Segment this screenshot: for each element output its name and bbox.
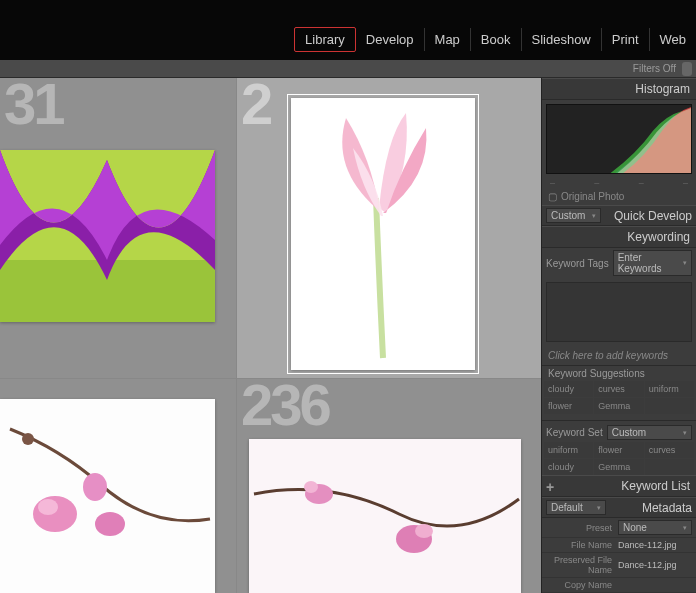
- keyword-set-dropdown[interactable]: Custom▾: [607, 425, 692, 440]
- suggestion-item[interactable]: flower: [544, 398, 593, 414]
- preset-dropdown[interactable]: None▾: [618, 520, 692, 535]
- keyword-tags-dropdown[interactable]: Enter Keywords▾: [613, 250, 692, 276]
- keyword-set-item[interactable]: cloudy: [544, 459, 593, 475]
- histogram-header[interactable]: Histogram: [542, 78, 696, 100]
- stack-count: 236: [241, 371, 329, 438]
- grid-cell-selected[interactable]: 2: [237, 78, 541, 378]
- chevron-down-icon: ▾: [597, 504, 601, 512]
- keyword-set-grid: uniform flower curves cloudy Gemma: [542, 442, 696, 475]
- keyword-tags-label: Keyword Tags: [546, 258, 609, 269]
- keyword-list-header[interactable]: +Keyword List: [542, 475, 696, 497]
- module-picker: Library Develop Map Book Slideshow Print…: [294, 27, 696, 52]
- svg-point-5: [38, 499, 58, 515]
- module-slideshow[interactable]: Slideshow: [522, 28, 602, 51]
- thumbnail[interactable]: [249, 439, 521, 593]
- svg-point-6: [83, 473, 107, 501]
- thumbnail[interactable]: [0, 150, 215, 322]
- keyword-set-label: Keyword Set: [546, 427, 603, 438]
- add-keywords-input[interactable]: Click here to add keywords: [542, 346, 696, 365]
- metadata-preset-dropdown[interactable]: Default▾: [546, 500, 606, 515]
- thumbnail-grid: 31 2 236: [0, 78, 541, 593]
- chevron-down-icon: ▾: [592, 212, 596, 220]
- app-header: Library Develop Map Book Slideshow Print…: [0, 0, 696, 60]
- suggestion-item[interactable]: cloudy: [544, 381, 593, 397]
- suggestion-item[interactable]: uniform: [645, 381, 694, 397]
- keyword-suggestions-label: Keyword Suggestions: [542, 365, 696, 381]
- svg-rect-3: [0, 399, 215, 593]
- chevron-down-icon: ▾: [683, 524, 687, 532]
- filters-off-label: Filters Off: [633, 63, 676, 74]
- module-web[interactable]: Web: [650, 28, 697, 51]
- preset-label: Preset: [546, 523, 618, 533]
- svg-point-13: [415, 524, 433, 538]
- grid-cell[interactable]: [0, 379, 236, 593]
- suggestion-item[interactable]: curves: [594, 381, 643, 397]
- chevron-down-icon: ▾: [683, 429, 687, 437]
- histogram-ticks: ––––: [542, 178, 696, 188]
- svg-point-8: [22, 433, 34, 445]
- quick-dev-preset-dropdown[interactable]: Custom▾: [546, 208, 601, 223]
- filter-left: [4, 63, 7, 75]
- keyword-suggestions-grid: cloudy curves uniform flower Gemma: [542, 381, 696, 414]
- meta-value[interactable]: Dance-112.jpg: [618, 560, 692, 570]
- module-develop[interactable]: Develop: [356, 28, 425, 51]
- stack-count: 31: [4, 78, 63, 137]
- grid-cell[interactable]: 31: [0, 78, 236, 378]
- suggestion-item[interactable]: Gemma: [594, 398, 643, 414]
- keyword-set-item[interactable]: curves: [645, 442, 694, 458]
- keyword-set-item[interactable]: uniform: [544, 442, 593, 458]
- filters-toggle[interactable]: [682, 62, 692, 76]
- svg-point-7: [95, 512, 125, 536]
- right-panel: Histogram –––– ▢Original Photo Custom▾ Q…: [541, 78, 696, 593]
- keywording-header[interactable]: Keywording: [542, 226, 696, 248]
- keyword-set-item[interactable]: flower: [594, 442, 643, 458]
- keyword-set-item[interactable]: Gemma: [594, 459, 643, 475]
- meta-label: Preserved File Name: [546, 555, 618, 575]
- meta-label: File Name: [546, 540, 618, 550]
- thumbnail[interactable]: [0, 399, 215, 593]
- meta-value[interactable]: Dance-112.jpg: [618, 540, 692, 550]
- meta-label: Copy Name: [546, 580, 618, 590]
- quick-develop-header[interactable]: Quick Develop: [605, 209, 692, 223]
- svg-point-11: [304, 481, 318, 493]
- module-library[interactable]: Library: [294, 27, 356, 52]
- grid-cell[interactable]: 236: [237, 379, 541, 593]
- filter-bar: Filters Off: [0, 60, 696, 78]
- thumbnail-selected[interactable]: [291, 98, 475, 370]
- plus-icon[interactable]: +: [546, 479, 554, 495]
- stack-count: 2: [241, 78, 270, 137]
- module-print[interactable]: Print: [602, 28, 650, 51]
- original-photo-label: ▢Original Photo: [542, 188, 696, 205]
- module-book[interactable]: Book: [471, 28, 522, 51]
- histogram-chart[interactable]: [546, 104, 692, 174]
- metadata-header[interactable]: Metadata: [610, 501, 692, 515]
- suggestion-item[interactable]: [645, 398, 694, 414]
- chevron-down-icon: ▾: [683, 259, 687, 267]
- keyword-set-item[interactable]: [645, 459, 694, 475]
- keyword-box[interactable]: [546, 282, 692, 342]
- svg-rect-9: [249, 439, 521, 593]
- module-map[interactable]: Map: [425, 28, 471, 51]
